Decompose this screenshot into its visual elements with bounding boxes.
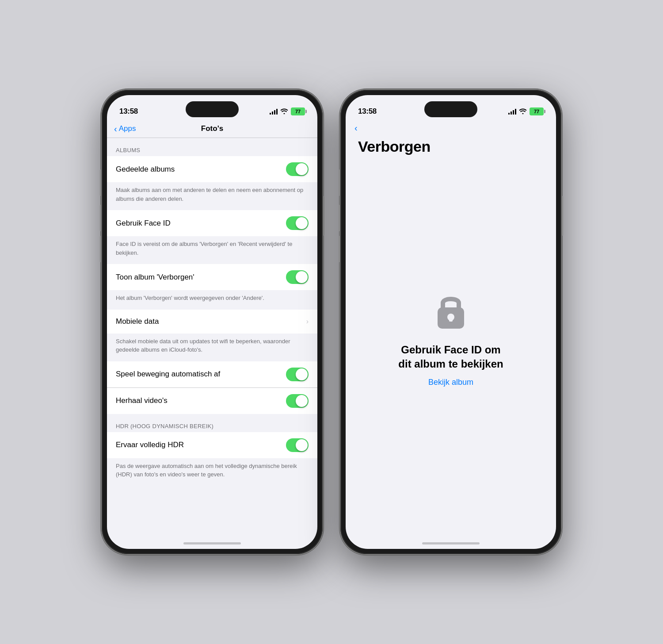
row-mobiele-data[interactable]: Mobiele data › — [107, 310, 317, 334]
verborgen-center: Gebruik Face ID om dit album te bekijken… — [346, 155, 556, 549]
label-herhaal-videos: Herhaal video's — [116, 396, 286, 405]
label-speel-beweging: Speel beweging automatisch af — [116, 370, 286, 379]
desc-text-gebruik-face-id: Face ID is vereist om de albums 'Verborg… — [116, 241, 292, 256]
wifi-icon-left — [280, 108, 288, 115]
toggle-toon-album[interactable] — [286, 270, 309, 284]
desc-mobiele-data: Schakel mobiele data uit om updates tot … — [107, 334, 317, 361]
desc-gebruik-face-id: Face ID is vereist om de albums 'Verborg… — [107, 236, 317, 264]
label-toon-album: Toon album 'Verborgen' — [116, 273, 286, 282]
lock-icon-container — [433, 291, 469, 332]
signal-bar-r1 — [508, 113, 510, 115]
signal-bar-r4 — [515, 109, 516, 115]
bekijk-album-link[interactable]: Bekijk album — [428, 378, 473, 387]
wifi-icon-right — [519, 108, 527, 115]
phone-screen-left: 13:58 — [107, 95, 317, 549]
signal-bar-r3 — [513, 110, 514, 115]
back-button-left[interactable]: ‹ Apps — [114, 124, 136, 133]
label-ervaar-hdr: Ervaar volledig HDR — [116, 441, 286, 449]
toggle-herhaal-videos[interactable] — [286, 394, 309, 408]
back-label-left: Apps — [119, 124, 136, 133]
signal-bar-4 — [276, 109, 278, 115]
signal-bars-right — [508, 108, 516, 115]
row-toon-album[interactable]: Toon album 'Verborgen' — [107, 264, 317, 290]
desc-text-mobiele-data: Schakel mobiele data uit om updates tot … — [116, 338, 290, 353]
title-area-right: Verborgen — [346, 133, 556, 155]
back-chevron-right: ‹ — [354, 123, 358, 132]
section-header-hdr: HDR (HOOG DYNAMISCH BEREIK) — [107, 414, 317, 432]
home-indicator-left — [183, 542, 241, 544]
section-header-albums: ALBUMS — [107, 138, 317, 156]
settings-group-playback: Speel beweging automatisch af Herhaal vi… — [107, 361, 317, 414]
back-button-right[interactable]: ‹ — [354, 123, 358, 132]
toggle-ervaar-hdr[interactable] — [286, 438, 309, 452]
desc-text-toon-album: Het album 'Verborgen' wordt weergegeven … — [116, 295, 264, 301]
battery-icon-left: 77 — [291, 107, 305, 115]
row-speel-beweging[interactable]: Speel beweging automatisch af — [107, 361, 317, 388]
settings-group-2: Gebruik Face ID — [107, 210, 317, 236]
settings-group-3: Toon album 'Verborgen' — [107, 264, 317, 290]
row-gebruik-face-id[interactable]: Gebruik Face ID — [107, 210, 317, 236]
row-gedeelde-albums[interactable]: Gedeelde albums — [107, 156, 317, 182]
toggle-gedeelde-albums[interactable] — [286, 162, 309, 176]
home-indicator-right — [422, 542, 480, 544]
status-time-left: 13:58 — [119, 107, 138, 116]
settings-group-hdr: Ervaar volledig HDR — [107, 432, 317, 458]
signal-bar-3 — [274, 110, 275, 115]
status-icons-left: 77 — [270, 107, 305, 115]
row-ervaar-hdr[interactable]: Ervaar volledig HDR — [107, 432, 317, 458]
toggle-speel-beweging[interactable] — [286, 368, 309, 381]
svg-rect-2 — [449, 317, 453, 322]
desc-ervaar-hdr: Pas de weergave automatisch aan om het v… — [107, 458, 317, 486]
desc-text-ervaar-hdr: Pas de weergave automatisch aan om het v… — [116, 463, 297, 478]
verborgen-title: Verborgen — [358, 138, 544, 155]
desc-gedeelde-albums: Maak albums aan om met anderen te delen … — [107, 182, 317, 210]
settings-group-1: Gedeelde albums — [107, 156, 317, 182]
nav-area-right: ‹ — [346, 121, 556, 133]
phone-left: 13:58 — [102, 90, 323, 554]
lock-icon — [433, 291, 469, 330]
phone-right: 13:58 — [340, 90, 561, 554]
nav-header-left: ‹ Apps Foto's — [107, 121, 317, 138]
battery-icon-right: 77 — [530, 107, 544, 115]
chevron-mobiele-data: › — [306, 318, 309, 326]
signal-bars-left — [270, 108, 278, 115]
signal-bar-r2 — [511, 111, 512, 115]
label-gedeelde-albums: Gedeelde albums — [116, 165, 286, 174]
status-icons-right: 77 — [508, 107, 544, 115]
settings-scroll: ALBUMS Gedeelde albums Maak albums aan o… — [107, 138, 317, 549]
status-time-right: 13:58 — [358, 107, 377, 116]
label-mobiele-data: Mobiele data — [116, 317, 306, 326]
desc-text-gedeelde-albums: Maak albums aan om met anderen te delen … — [116, 187, 303, 202]
settings-group-4: Mobiele data › — [107, 310, 317, 334]
phone-screen-right: 13:58 — [346, 95, 556, 549]
label-gebruik-face-id: Gebruik Face ID — [116, 219, 286, 228]
toggle-gebruik-face-id[interactable] — [286, 216, 309, 230]
signal-bar-1 — [270, 113, 271, 115]
dynamic-island-right — [424, 101, 477, 117]
nav-title-left: Foto's — [201, 124, 223, 133]
dynamic-island-left — [186, 101, 239, 117]
desc-toon-album: Het album 'Verborgen' wordt weergegeven … — [107, 290, 317, 310]
row-herhaal-videos[interactable]: Herhaal video's — [107, 388, 317, 414]
back-chevron-left: ‹ — [114, 124, 117, 133]
verborgen-heading: Gebruik Face ID om dit album te bekijken — [393, 343, 508, 370]
signal-bar-2 — [272, 111, 273, 115]
